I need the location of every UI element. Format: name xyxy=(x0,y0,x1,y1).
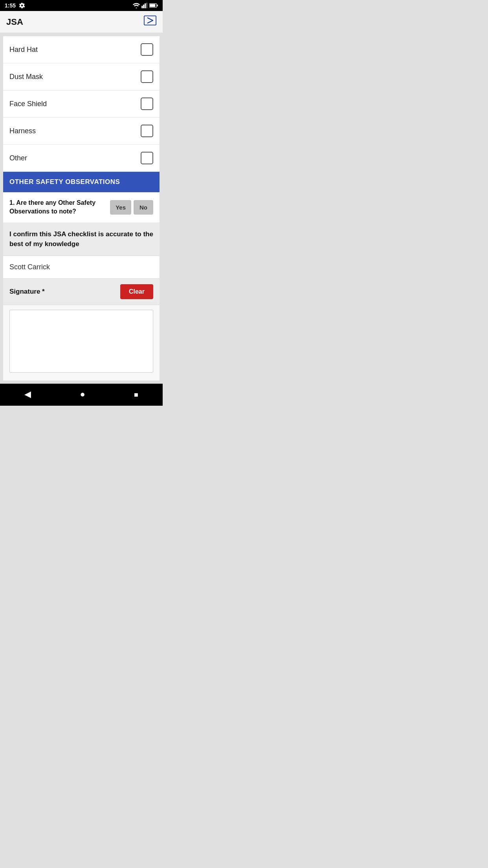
status-bar: 1:55 xyxy=(0,0,163,11)
svg-rect-2 xyxy=(145,4,146,8)
checklist-label-face-shield: Face Shield xyxy=(9,100,47,108)
checklist-checkbox-face-shield[interactable] xyxy=(141,97,153,110)
nav-home-button[interactable] xyxy=(72,388,93,401)
section-header-title: OTHER SAFETY OBSERVATIONS xyxy=(9,178,120,186)
name-row: Scott Carrick xyxy=(3,256,160,279)
yes-no-buttons: Yes No xyxy=(110,200,153,215)
checklist-checkbox-other[interactable] xyxy=(141,152,153,164)
no-button[interactable]: No xyxy=(134,200,153,215)
checklist-items: Hard Hat Dust Mask Face Shield Harness O… xyxy=(3,36,160,172)
checklist-checkbox-hard-hat[interactable] xyxy=(141,43,153,56)
status-bar-right xyxy=(133,3,158,8)
battery-icon xyxy=(149,3,158,8)
signature-row: Signature * Clear xyxy=(3,279,160,305)
svg-rect-3 xyxy=(146,3,147,8)
confirmation-row: I confirm this JSA checklist is accurate… xyxy=(3,223,160,256)
confirmation-text: I confirm this JSA checklist is accurate… xyxy=(9,230,153,248)
forward-arrow-icon[interactable] xyxy=(144,15,156,29)
checklist-checkbox-harness[interactable] xyxy=(141,125,153,137)
wifi-icon xyxy=(133,3,140,8)
status-bar-left: 1:55 xyxy=(5,2,25,9)
app-bar: JSA xyxy=(0,11,163,33)
user-name: Scott Carrick xyxy=(9,263,50,271)
main-content: Hard Hat Dust Mask Face Shield Harness O… xyxy=(3,36,160,381)
svg-rect-1 xyxy=(143,5,144,8)
checklist-label-dust-mask: Dust Mask xyxy=(9,73,43,81)
gear-icon xyxy=(19,2,25,9)
yes-button[interactable]: Yes xyxy=(110,200,131,215)
checklist-item-other: Other xyxy=(3,145,160,172)
checklist-item-harness: Harness xyxy=(3,118,160,145)
signature-label: Signature * xyxy=(9,288,45,296)
signature-canvas-area xyxy=(3,305,160,381)
checklist-checkbox-dust-mask[interactable] xyxy=(141,70,153,83)
app-bar-title: JSA xyxy=(6,17,23,27)
svg-rect-0 xyxy=(141,6,143,8)
signature-canvas[interactable] xyxy=(9,310,153,373)
nav-back-button[interactable] xyxy=(17,388,39,401)
checklist-label-other: Other xyxy=(9,154,27,162)
status-time: 1:55 xyxy=(5,2,16,9)
checklist-item-dust-mask: Dust Mask xyxy=(3,63,160,90)
question-row-1: 1. Are there any Other Safety Observatio… xyxy=(3,192,160,223)
nav-recent-button[interactable] xyxy=(126,388,146,401)
svg-rect-6 xyxy=(157,5,158,7)
signal-icon xyxy=(141,3,148,8)
checklist-label-harness: Harness xyxy=(9,127,36,135)
question-text-1: 1. Are there any Other Safety Observatio… xyxy=(9,199,105,216)
checklist-item-hard-hat: Hard Hat xyxy=(3,36,160,63)
section-header-other-safety: OTHER SAFETY OBSERVATIONS xyxy=(3,172,160,192)
bottom-nav xyxy=(0,384,163,406)
checklist-item-face-shield: Face Shield xyxy=(3,90,160,118)
checklist-label-hard-hat: Hard Hat xyxy=(9,46,38,54)
svg-rect-7 xyxy=(144,16,156,25)
svg-rect-5 xyxy=(150,4,155,7)
clear-button[interactable]: Clear xyxy=(120,284,153,299)
